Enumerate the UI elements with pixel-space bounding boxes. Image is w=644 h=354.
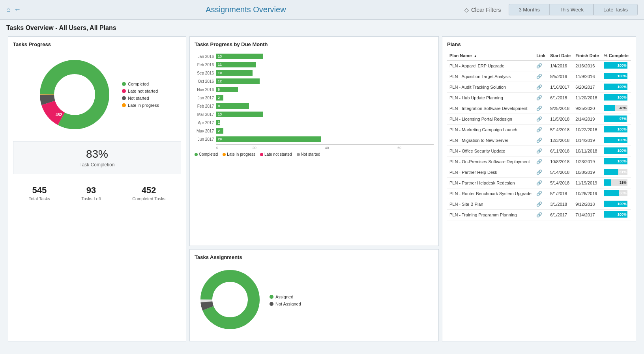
plan-finish-cell: 1/23/2019 — [573, 157, 601, 167]
back-icon[interactable]: ← — [14, 6, 21, 14]
bar-area: 9 — [216, 103, 434, 109]
table-row[interactable]: PLN - Aquisition Target Analysis 🔗 9/5/2… — [447, 71, 631, 82]
plan-pct-cell: 100% — [601, 210, 631, 220]
link-icon[interactable]: 🔗 — [536, 138, 542, 143]
bar-legend-not-started-label: Not started — [301, 152, 320, 157]
complete-bar-label: 48% — [620, 106, 627, 110]
header: ⌂ ← Assignments Overview ◇ Clear Filters… — [0, 0, 644, 20]
link-icon[interactable]: 🔗 — [536, 74, 542, 79]
link-icon[interactable]: 🔗 — [536, 180, 542, 186]
plan-name-cell: PLN - Partner Help Desk — [447, 167, 534, 178]
plan-name-cell: PLN - Router Benchmark System Upgrade — [447, 188, 534, 199]
plan-link-cell[interactable]: 🔗 — [534, 135, 548, 146]
link-icon[interactable]: 🔗 — [536, 116, 542, 122]
plan-link-cell[interactable]: 🔗 — [534, 125, 548, 135]
link-icon[interactable]: 🔗 — [536, 170, 542, 175]
table-row[interactable]: PLN - Hub Update Planning 🔗 6/1/2018 11/… — [447, 93, 631, 103]
plan-start-cell: 3/1/2018 — [548, 199, 573, 210]
table-row[interactable]: PLN - On-Premises Software Deployment 🔗 … — [447, 157, 631, 167]
complete-bar-label: 61% — [620, 170, 627, 174]
home-icon[interactable]: ⌂ — [6, 6, 11, 14]
filter-latetasks[interactable]: Late Tasks — [593, 4, 638, 15]
plan-pct-cell: 100% — [601, 82, 631, 93]
plan-link-cell[interactable]: 🔗 — [534, 93, 548, 103]
plan-link-cell[interactable]: 🔗 — [534, 82, 548, 93]
legend-late-in-progress: Late in progress — [122, 103, 159, 108]
col-finish-date[interactable]: Finish Date — [573, 51, 601, 60]
bar-legend-completed: Completed — [195, 152, 218, 157]
link-icon[interactable]: 🔗 — [536, 148, 542, 154]
col-link: Link — [534, 51, 548, 60]
table-row[interactable]: PLN - Training Programm Planning 🔗 6/1/2… — [447, 210, 631, 220]
plan-link-cell[interactable]: 🔗 — [534, 71, 548, 82]
bar-row: May 2017 2 — [195, 127, 434, 134]
plan-link-cell[interactable]: 🔗 — [534, 60, 548, 71]
plan-name-cell: PLN - Partner Helpdesk Redesign — [447, 178, 534, 188]
svg-text:452: 452 — [56, 113, 62, 117]
link-icon[interactable]: 🔗 — [536, 191, 542, 196]
axis-60: 60 — [397, 146, 434, 150]
plan-link-cell[interactable]: 🔗 — [534, 146, 548, 157]
bar-legend-not-started-dot — [297, 153, 300, 156]
not-assigned-legend-item: Not Assigned — [270, 302, 301, 306]
plan-pct-cell: 97% — [601, 114, 631, 125]
link-icon[interactable]: 🔗 — [536, 212, 542, 218]
col-pct-complete[interactable]: % Complete — [601, 51, 631, 60]
table-row[interactable]: PLN - Licensing Portal Redesign 🔗 11/5/2… — [447, 114, 631, 125]
plan-link-cell[interactable]: 🔗 — [534, 199, 548, 210]
not-started-dot — [122, 96, 126, 100]
complete-bar: 100% — [604, 158, 627, 164]
plan-link-cell[interactable]: 🔗 — [534, 210, 548, 220]
bar-legend-late-not-started-dot — [260, 153, 263, 156]
plan-name-cell: PLN - Licensing Portal Redesign — [447, 114, 534, 125]
plans-title: Plans — [447, 41, 631, 47]
link-icon[interactable]: 🔗 — [536, 106, 542, 111]
plan-link-cell[interactable]: 🔗 — [534, 178, 548, 188]
complete-bar-label: 100% — [618, 159, 627, 163]
link-icon[interactable]: 🔗 — [536, 127, 542, 132]
clear-filters-button[interactable]: ◇ Clear Filters — [464, 7, 501, 13]
bar-row: Feb 2016 11 — [195, 61, 434, 68]
table-row[interactable]: PLN - Partner Helpdesk Redesign 🔗 5/14/2… — [447, 178, 631, 188]
plan-start-cell: 10/8/2018 — [548, 157, 573, 167]
plan-link-cell[interactable]: 🔗 — [534, 157, 548, 167]
plan-link-cell[interactable]: 🔗 — [534, 167, 548, 178]
link-icon[interactable]: 🔗 — [536, 201, 542, 207]
plan-link-cell[interactable]: 🔗 — [534, 103, 548, 114]
col-plan-name[interactable]: Plan Name ▲ — [447, 51, 534, 60]
complete-bar-label: 31% — [620, 181, 627, 184]
filter-3months[interactable]: 3 Months — [509, 4, 549, 15]
table-row[interactable]: PLN - Migration to New Server 🔗 12/3/201… — [447, 135, 631, 146]
plan-start-cell: 11/5/2018 — [548, 114, 573, 125]
table-row[interactable]: PLN - Router Benchmark System Upgrade 🔗 … — [447, 188, 631, 199]
table-row[interactable]: PLN - Partner Help Desk 🔗 5/14/2018 10/8… — [447, 167, 631, 178]
plan-link-cell[interactable]: 🔗 — [534, 188, 548, 199]
sort-arrow: ▲ — [474, 54, 477, 58]
link-icon[interactable]: 🔗 — [536, 159, 542, 164]
table-row[interactable]: PLN - Office Security Update 🔗 6/11/2018… — [447, 146, 631, 157]
link-icon[interactable]: 🔗 — [536, 95, 542, 101]
table-row[interactable]: PLN - Marketing Campaign Launch 🔗 5/14/2… — [447, 125, 631, 135]
tasks-by-month-panel: Tasks Progress by Due Month Jan 2016 13 … — [189, 36, 439, 246]
svg-text:24: 24 — [228, 291, 232, 296]
plan-start-cell: 9/25/2018 — [548, 103, 573, 114]
bar-area: 10 — [216, 70, 434, 76]
filter-thisweek[interactable]: This Week — [550, 4, 593, 15]
bar-area: 12 — [216, 78, 434, 84]
plan-name-cell: PLN - Apparel ERP Upgrade — [447, 60, 534, 71]
table-row[interactable]: PLN - Audit Tracking Solution 🔗 1/16/201… — [447, 82, 631, 93]
table-row[interactable]: PLN - Apparel ERP Upgrade 🔗 1/4/2016 2/1… — [447, 60, 631, 71]
table-row[interactable]: PLN - Integration Software Development 🔗… — [447, 103, 631, 114]
link-icon[interactable]: 🔗 — [536, 84, 542, 90]
plan-start-cell: 9/5/2016 — [548, 71, 573, 82]
bar-legend-late-progress-label: Late in progress — [227, 152, 255, 157]
bar-area: 6 — [216, 87, 434, 92]
bar-area: 13 — [216, 112, 434, 117]
complete-bar-label: 100% — [618, 149, 627, 153]
plan-pct-cell: 61% — [601, 167, 631, 178]
table-row[interactable]: PLN - Site B Plan 🔗 3/1/2018 9/12/2018 1… — [447, 199, 631, 210]
plan-link-cell[interactable]: 🔗 — [534, 114, 548, 125]
col-start-date[interactable]: Start Date — [548, 51, 573, 60]
link-icon[interactable]: 🔗 — [536, 63, 542, 69]
plan-finish-cell: 7/14/2017 — [573, 210, 601, 220]
